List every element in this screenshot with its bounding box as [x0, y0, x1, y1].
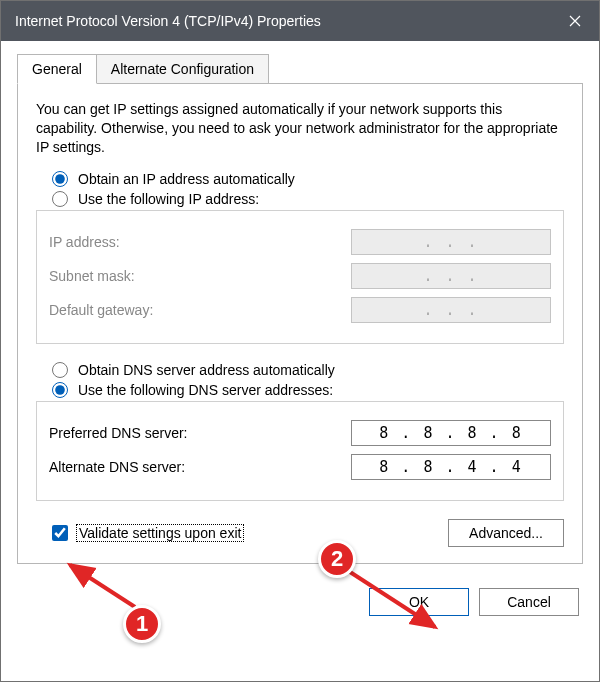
subnet-label: Subnet mask: — [49, 268, 135, 284]
close-icon — [569, 15, 581, 27]
ok-button[interactable]: OK — [369, 588, 469, 616]
radio-ip-auto-label: Obtain an IP address automatically — [78, 171, 295, 187]
advanced-button[interactable]: Advanced... — [448, 519, 564, 547]
gateway-label: Default gateway: — [49, 302, 153, 318]
close-button[interactable] — [551, 1, 599, 41]
gateway-input: . . . — [351, 297, 551, 323]
radio-ip-manual-input[interactable] — [52, 191, 68, 207]
radio-dns-auto-input[interactable] — [52, 362, 68, 378]
radio-dns-auto[interactable]: Obtain DNS server address automatically — [36, 362, 564, 378]
radio-ip-auto-input[interactable] — [52, 171, 68, 187]
gateway-row: Default gateway: . . . — [49, 297, 551, 323]
window-title: Internet Protocol Version 4 (TCP/IPv4) P… — [15, 13, 321, 29]
footer: OK Cancel — [17, 588, 583, 616]
tab-general[interactable]: General — [17, 54, 97, 84]
radio-ip-auto[interactable]: Obtain an IP address automatically — [36, 171, 564, 187]
radio-dns-auto-label: Obtain DNS server address automatically — [78, 362, 335, 378]
dialog-content: General Alternate Configuration You can … — [1, 41, 599, 632]
ip-address-label: IP address: — [49, 234, 120, 250]
validate-settings-check[interactable]: Validate settings upon exit — [36, 524, 244, 542]
tab-alternate[interactable]: Alternate Configuration — [97, 54, 269, 84]
alternate-dns-row: Alternate DNS server: 8 . 8 . 4 . 4 — [49, 454, 551, 480]
ip-address-input: . . . — [351, 229, 551, 255]
preferred-dns-label: Preferred DNS server: — [49, 425, 187, 441]
cancel-button[interactable]: Cancel — [479, 588, 579, 616]
alternate-dns-label: Alternate DNS server: — [49, 459, 185, 475]
ip-address-row: IP address: . . . — [49, 229, 551, 255]
radio-dns-manual-input[interactable] — [52, 382, 68, 398]
description-text: You can get IP settings assigned automat… — [36, 100, 564, 157]
subnet-input: . . . — [351, 263, 551, 289]
preferred-dns-input[interactable]: 8 . 8 . 8 . 8 — [351, 420, 551, 446]
radio-ip-manual[interactable]: Use the following IP address: — [36, 191, 564, 207]
bottom-row: Validate settings upon exit Advanced... — [36, 519, 564, 547]
radio-ip-manual-label: Use the following IP address: — [78, 191, 259, 207]
radio-dns-manual-label: Use the following DNS server addresses: — [78, 382, 333, 398]
tabs: General Alternate Configuration — [17, 53, 583, 84]
titlebar: Internet Protocol Version 4 (TCP/IPv4) P… — [1, 1, 599, 41]
tab-panel: You can get IP settings assigned automat… — [17, 84, 583, 564]
validate-checkbox[interactable] — [52, 525, 68, 541]
subnet-row: Subnet mask: . . . — [49, 263, 551, 289]
preferred-dns-row: Preferred DNS server: 8 . 8 . 8 . 8 — [49, 420, 551, 446]
dialog-window: Internet Protocol Version 4 (TCP/IPv4) P… — [0, 0, 600, 682]
radio-dns-manual[interactable]: Use the following DNS server addresses: — [36, 382, 564, 398]
dns-groupbox: Preferred DNS server: 8 . 8 . 8 . 8 Alte… — [36, 401, 564, 501]
ip-groupbox: IP address: . . . Subnet mask: . . . Def… — [36, 210, 564, 344]
alternate-dns-input[interactable]: 8 . 8 . 4 . 4 — [351, 454, 551, 480]
validate-label: Validate settings upon exit — [76, 524, 244, 542]
